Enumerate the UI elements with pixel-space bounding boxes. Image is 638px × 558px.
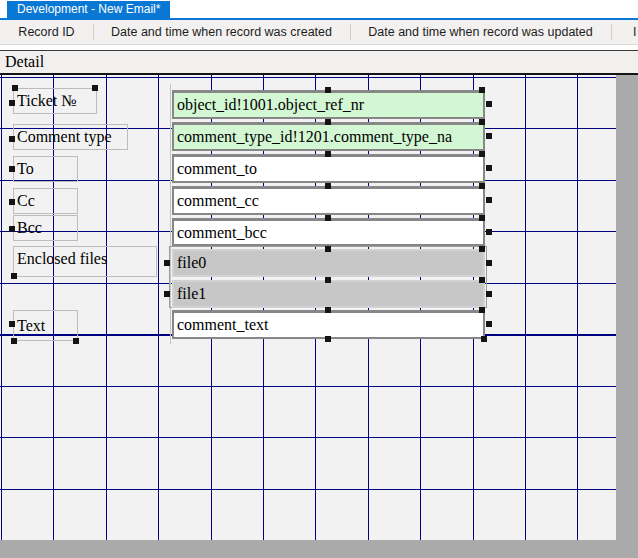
selection-handle[interactable] (486, 291, 492, 297)
label-text[interactable]: Text (13, 310, 78, 341)
form-designer-window: { "tab": { "title": "Development - New E… (0, 0, 638, 558)
selection-handle[interactable] (486, 165, 492, 171)
field-comment-text[interactable]: comment_text (172, 310, 485, 339)
selection-handle[interactable] (479, 151, 485, 157)
selection-handle[interactable] (9, 226, 15, 232)
selection-handle[interactable] (479, 307, 485, 313)
vertical-scrollbar[interactable] (616, 75, 638, 558)
selection-handle[interactable] (479, 277, 485, 283)
selection-handle[interactable] (479, 119, 485, 125)
selection-handle[interactable] (479, 215, 485, 221)
selection-handle[interactable] (9, 199, 15, 205)
detail-band-header[interactable]: Detail (0, 50, 638, 75)
selection-handle[interactable] (479, 246, 485, 252)
selection-handle[interactable] (164, 291, 170, 297)
selection-handle[interactable] (486, 197, 492, 203)
column-updated[interactable]: Date and time when record was updated (350, 20, 611, 44)
column-record-id[interactable]: Record ID (0, 20, 93, 44)
selection-handle[interactable] (92, 85, 98, 91)
selection-handle[interactable] (486, 321, 492, 327)
selection-handle[interactable] (9, 321, 15, 327)
selection-handle[interactable] (9, 136, 15, 142)
label-enclosed-files[interactable]: Enclosed files (13, 246, 157, 277)
selection-handle[interactable] (12, 85, 18, 91)
selection-handle[interactable] (325, 307, 331, 313)
selection-handle[interactable] (479, 87, 485, 93)
field-object-ref-nr[interactable]: object_id!1001.object_ref_nr (172, 90, 485, 119)
field-comment-bcc[interactable]: comment_bcc (172, 218, 485, 246)
column-partial-next[interactable]: I (611, 20, 638, 44)
label-comment-type[interactable]: Comment type (13, 124, 128, 150)
field-comment-to[interactable]: comment_to (172, 154, 485, 183)
tab-development-new-email[interactable]: Development - New Email* (7, 1, 170, 18)
selection-handle[interactable] (325, 277, 331, 283)
field-comment-type[interactable]: comment_type_id!1201.comment_type_na (172, 122, 485, 151)
label-to[interactable]: To (13, 156, 78, 182)
selection-handle[interactable] (73, 338, 79, 344)
column-created[interactable]: Date and time when record was created (93, 20, 350, 44)
selection-handle[interactable] (325, 246, 331, 252)
selection-handle[interactable] (11, 338, 17, 344)
selection-handle[interactable] (486, 133, 492, 139)
selection-handle[interactable] (481, 336, 487, 342)
selection-handle[interactable] (486, 101, 492, 107)
selection-handle[interactable] (486, 260, 492, 266)
selection-handle[interactable] (325, 87, 331, 93)
label-cc[interactable]: Cc (13, 188, 78, 214)
label-bcc[interactable]: Bcc (13, 215, 78, 241)
selection-handle[interactable] (325, 215, 331, 221)
selection-handle[interactable] (9, 100, 15, 106)
field-comment-cc[interactable]: comment_cc (172, 186, 485, 215)
selection-handle[interactable] (325, 183, 331, 189)
selection-handle[interactable] (325, 119, 331, 125)
selection-handle[interactable] (11, 273, 17, 279)
horizontal-scrollbar[interactable] (0, 540, 638, 558)
field-file1[interactable]: file1 (172, 280, 485, 308)
selection-handle[interactable] (164, 260, 170, 266)
column-header-band: Record ID Date and time when record was … (0, 20, 638, 45)
field-file0[interactable]: file0 (172, 249, 485, 277)
selection-handle[interactable] (486, 229, 492, 235)
tab-bar: Development - New Email* (0, 0, 638, 20)
selection-handle[interactable] (325, 336, 331, 342)
label-ticket-nr[interactable]: Ticket № (13, 88, 97, 114)
selection-handle[interactable] (9, 166, 15, 172)
selection-handle[interactable] (325, 151, 331, 157)
selection-handle[interactable] (479, 183, 485, 189)
